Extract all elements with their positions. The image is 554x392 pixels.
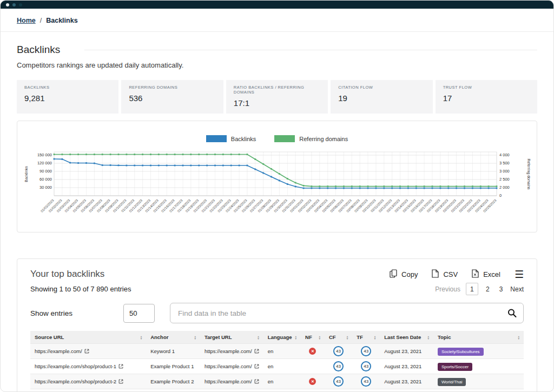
sort-icon[interactable]: ▴▾ <box>374 335 376 340</box>
svg-text:30 000: 30 000 <box>39 185 52 190</box>
column-header-source-url[interactable]: Source URL ▴▾ <box>30 331 146 344</box>
column-header-topic[interactable]: Topic ▴▾ <box>433 331 524 344</box>
target-url: https://example.com/ <box>205 378 252 384</box>
score-ring: 43 <box>361 346 371 356</box>
nf-cell <box>301 389 325 392</box>
language-cell: en <box>263 374 301 389</box>
breadcrumb-separator: / <box>40 17 42 24</box>
sort-icon[interactable]: ▴▾ <box>427 335 429 340</box>
stat-value: 17:1 <box>234 98 320 108</box>
tool-label: Copy <box>401 270 418 278</box>
column-label: NF <box>305 334 312 340</box>
table-row[interactable]: https://example.com/shop/product-3 Examp… <box>30 389 524 392</box>
sort-icon[interactable]: ▴▾ <box>194 335 196 340</box>
stat-label: RATIO BACKLINKS / REFERRING DOMAINS <box>234 85 320 95</box>
column-header-tf[interactable]: TF ▴▾ <box>352 331 380 344</box>
external-link-icon[interactable] <box>116 378 123 384</box>
pagination-next[interactable]: Next <box>510 285 524 293</box>
window-control-dot[interactable] <box>12 3 16 6</box>
svg-text:3 000: 3 000 <box>499 169 510 174</box>
column-header-anchor[interactable]: Anchor ▴▾ <box>146 331 200 344</box>
csv-button[interactable]: CSV <box>432 269 458 280</box>
score-ring: 43 <box>361 361 371 371</box>
pagination-previous[interactable]: Previous <box>435 285 460 293</box>
svg-text:60 000: 60 000 <box>39 177 52 182</box>
cf-cell: 43 <box>325 359 352 374</box>
stat-card: TRUST FLOW 17 <box>436 80 537 114</box>
sort-icon[interactable]: ▴▾ <box>518 335 519 340</box>
anchor-text: Example Product 3 <box>146 389 200 392</box>
window-control-dot[interactable] <box>19 3 22 6</box>
legend-item: Backlinks <box>206 135 256 142</box>
language-cell: fr <box>263 389 301 392</box>
sort-icon[interactable]: ▴▾ <box>258 335 259 340</box>
nf-cell: ✕ <box>301 374 325 389</box>
svg-text:90 000: 90 000 <box>39 169 52 174</box>
svg-text:2 500: 2 500 <box>499 177 510 182</box>
column-label: Source URL <box>35 334 64 340</box>
sort-icon[interactable]: ▴▾ <box>319 335 320 340</box>
stat-value: 536 <box>129 94 215 103</box>
breadcrumb-home-link[interactable]: Home <box>17 17 36 24</box>
entries-count-input[interactable] <box>123 304 155 323</box>
column-label: Anchor <box>150 334 168 340</box>
table-row[interactable]: https://example.com/shop/product-2 Examp… <box>30 374 524 389</box>
stat-card: BACKLINKS 9,281 <box>17 80 118 114</box>
last-seen-date: August 23, 2021 <box>380 359 433 374</box>
external-link-icon[interactable] <box>252 363 259 369</box>
column-header-cf[interactable]: CF ▴▾ <box>325 331 352 344</box>
window-control-dot[interactable] <box>6 3 9 6</box>
pagination-page-2[interactable]: 2 <box>484 284 492 294</box>
showing-entries-text: Showing 1 to 50 of 7 890 entries <box>30 285 131 293</box>
svg-text:150 000: 150 000 <box>37 152 52 157</box>
sort-icon[interactable]: ▴▾ <box>347 335 348 340</box>
stat-label: TRUST FLOW <box>443 85 530 90</box>
backlinks-table-card: Your top backlinks Copy CSV Excel ☰ Show… <box>17 258 537 392</box>
excel-button[interactable]: Excel <box>472 269 500 280</box>
column-header-nf[interactable]: NF ▴▾ <box>301 331 325 344</box>
svg-text:Referring domains: Referring domains <box>526 158 531 190</box>
svg-text:120 000: 120 000 <box>37 161 52 165</box>
external-link-icon[interactable] <box>252 348 259 354</box>
external-link-icon[interactable] <box>116 363 123 369</box>
search-icon[interactable] <box>507 309 517 318</box>
topic-badge: World/Thai <box>438 378 466 386</box>
legend-swatch <box>206 135 227 142</box>
legend-swatch <box>274 135 295 142</box>
pagination-page-1[interactable]: 1 <box>466 283 478 295</box>
column-label: CF <box>329 334 336 340</box>
menu-icon[interactable]: ☰ <box>515 269 524 280</box>
external-link-icon[interactable] <box>252 378 259 384</box>
score-ring: 43 <box>333 346 344 356</box>
pagination: Previous123Next <box>435 283 524 295</box>
chart-card: Backlinks Referring domains 150 000120 0… <box>17 121 537 232</box>
table-search-input[interactable] <box>170 303 524 323</box>
table-row[interactable]: https://example.com/shop/product-1 Examp… <box>30 359 524 374</box>
copy-icon <box>390 269 397 280</box>
stat-value: 17 <box>443 94 530 103</box>
column-header-language[interactable]: Language ▴▾ <box>263 331 301 344</box>
sort-icon[interactable]: ▴▾ <box>295 335 297 340</box>
chart-legend: Backlinks Referring domains <box>23 135 531 142</box>
score-ring: 43 <box>361 376 371 387</box>
backlinks-chart: 150 000120 00090 00060 00030 0004 0003 5… <box>23 149 531 231</box>
stats-row: BACKLINKS 9,281 REFERRING DOMAINS 536 RA… <box>17 80 537 114</box>
last-seen-date: August 23, 2021 <box>380 344 433 359</box>
nf-cell <box>301 359 325 374</box>
backlinks-table: Source URL ▴▾ Anchor ▴▾ Target URL ▴▾ La… <box>30 331 524 392</box>
column-header-last-seen-date[interactable]: Last Seen Date ▴▾ <box>380 331 433 344</box>
copy-button[interactable]: Copy <box>390 269 418 280</box>
svg-text:2 000: 2 000 <box>499 185 510 190</box>
anchor-text: Example Product 1 <box>146 359 200 374</box>
stat-label: CITATION FLOW <box>338 85 425 90</box>
pagination-page-3[interactable]: 3 <box>497 284 505 294</box>
nofollow-icon: ✕ <box>309 348 316 355</box>
sort-icon[interactable]: ▴▾ <box>141 335 142 340</box>
column-header-target-url[interactable]: Target URL ▴▾ <box>200 331 263 344</box>
table-row[interactable]: https://example.com/ Keyword 1 https://e… <box>30 344 524 359</box>
table-search <box>170 303 524 323</box>
legend-item: Referring domains <box>274 135 348 142</box>
app-window: Home / Backlinks Backlinks Competitors r… <box>0 0 554 392</box>
topic-badge: Society/Subcultures <box>438 348 484 356</box>
external-link-icon[interactable] <box>82 348 89 354</box>
